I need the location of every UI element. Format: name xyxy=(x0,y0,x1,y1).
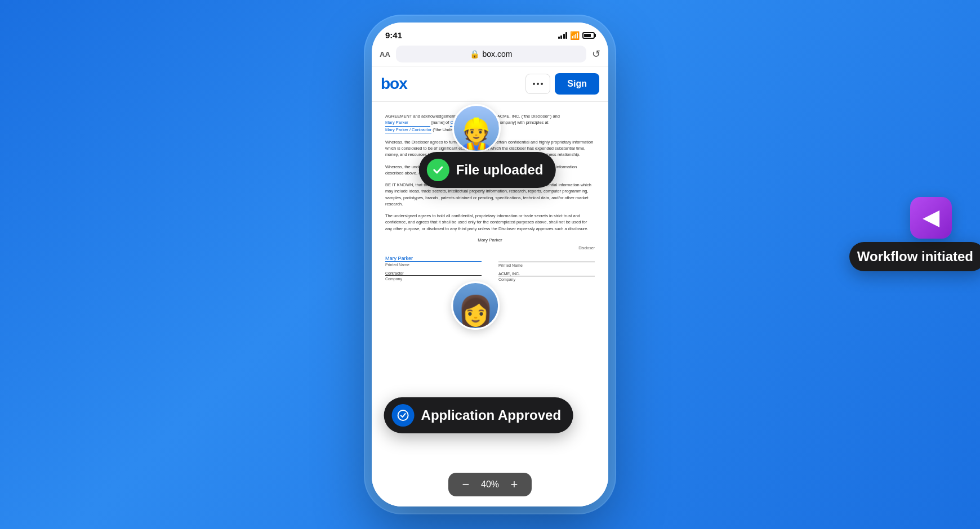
zoom-plus-button[interactable]: + xyxy=(507,477,522,492)
status-icons: 📶 xyxy=(558,31,595,40)
file-uploaded-text: File uploaded xyxy=(456,162,544,178)
battery-fill xyxy=(584,34,591,37)
reload-icon[interactable]: ↺ xyxy=(592,48,600,60)
application-approved-text: Application Approved xyxy=(421,407,561,423)
signal-bar-1 xyxy=(558,37,560,39)
application-approved-icon xyxy=(392,404,415,427)
avatar-woman-inner: 👩 xyxy=(453,283,498,328)
phone-notch xyxy=(453,23,527,39)
menu-dot-1 xyxy=(533,83,535,85)
wifi-icon: 📶 xyxy=(570,31,580,40)
app-icon-symbol: ◀ xyxy=(923,206,939,230)
avatar-man-inner: 👷 xyxy=(454,106,499,151)
signal-bar-4 xyxy=(565,32,567,39)
box-header: box Sign xyxy=(372,66,608,102)
svg-point-0 xyxy=(398,410,408,420)
address-bar-url-field[interactable]: 🔒 box.com xyxy=(396,46,586,62)
menu-dot-3 xyxy=(541,83,543,85)
address-bar[interactable]: AA 🔒 box.com ↺ xyxy=(372,42,608,66)
doc-discloser-label: Discloser xyxy=(385,246,595,250)
lock-icon: 🔒 xyxy=(470,50,479,59)
badge-file-uploaded: File uploaded xyxy=(419,152,556,188)
workflow-initiated-text: Workflow initiated xyxy=(857,249,973,264)
url-text: box.com xyxy=(482,50,512,59)
avatar-woman: 👩 xyxy=(451,281,500,330)
doc-printed-label-1: Printed Name xyxy=(385,263,482,267)
doc-company-label-2: Company xyxy=(385,277,482,281)
zoom-minus-button[interactable]: − xyxy=(458,477,473,492)
file-uploaded-check-icon xyxy=(427,159,449,181)
doc-signature-name: Mary Parker xyxy=(385,237,595,243)
badge-workflow-initiated: Workflow initiated xyxy=(849,242,980,271)
doc-company-name-2: ACME, INC. xyxy=(498,272,595,276)
doc-printed-label-2: Printed Name xyxy=(498,263,595,267)
woman-emoji: 👩 xyxy=(457,294,494,328)
box-menu-button[interactable] xyxy=(525,74,550,94)
battery-icon xyxy=(582,32,595,39)
address-bar-aa[interactable]: AA xyxy=(380,50,390,59)
scene: 9:41 📶 AA 🔒 xyxy=(0,0,980,529)
avatar-man: 👷 xyxy=(452,104,501,153)
doc-company-label: Contractor xyxy=(385,271,482,276)
doc-sig-col-1: Mary Parker Printed Name Contractor Comp… xyxy=(385,255,482,281)
app-icon: ◀ xyxy=(910,197,952,239)
doc-body-4: The undersigned agrees to hold all confi… xyxy=(385,213,595,232)
zoom-bar: − 40% + xyxy=(448,473,532,496)
box-logo: box xyxy=(381,75,407,93)
man-emoji: 👷 xyxy=(458,116,495,151)
badge-application-approved: Application Approved xyxy=(384,397,573,433)
doc-sig-col-2: Printed Name ACME, INC. Company xyxy=(498,255,595,281)
doc-printed-name-1: Mary Parker xyxy=(385,255,482,262)
doc-name-field-1: Mary Parker xyxy=(385,119,430,126)
status-time: 9:41 xyxy=(385,30,402,40)
phone-device: 9:41 📶 AA 🔒 xyxy=(372,23,608,506)
sign-button[interactable]: Sign xyxy=(555,73,599,95)
signal-bar-3 xyxy=(563,34,565,39)
zoom-level: 40% xyxy=(481,479,499,490)
phone-screen: 9:41 📶 AA 🔒 xyxy=(372,23,608,506)
doc-company-label-3: Company xyxy=(498,277,595,281)
doc-signature-section: Mary Parker Printed Name Contractor Comp… xyxy=(385,255,595,281)
signal-bars-icon xyxy=(558,32,568,39)
signal-bar-2 xyxy=(560,35,562,39)
doc-name-field-2: Mary Parker / Contractor xyxy=(385,127,431,133)
menu-dot-2 xyxy=(537,83,539,85)
